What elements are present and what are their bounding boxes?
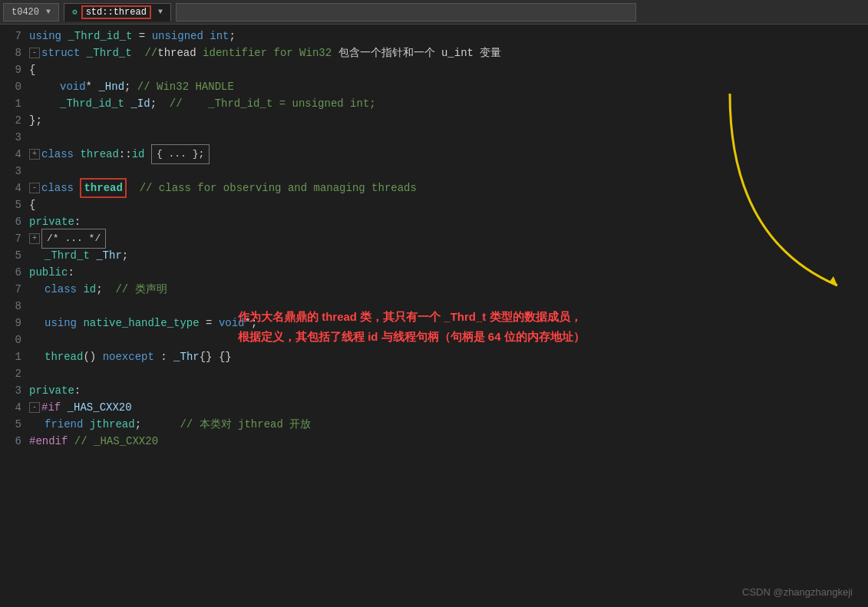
code-content: 7 using _Thrd_id_t = unsigned int ; 8 - … [0, 25, 868, 607]
thread-highlighted: thread [80, 178, 126, 198]
code-line-15: 3 [6, 163, 868, 180]
code-line-7: 7 using _Thrd_id_t = unsigned int ; [6, 28, 868, 45]
tab-std-thread[interactable]: ⚙ std::thread ▼ [64, 3, 171, 21]
code-line-23: 8 [6, 298, 868, 315]
tab-icon: ⚙ [72, 7, 78, 17]
code-line-26: 1 thread () noexcept : _Thr {} {} [6, 348, 868, 365]
tab-std-thread-label: std::thread [86, 7, 147, 18]
code-line-16: 4 - class thread // class for observing … [6, 180, 868, 196]
code-line-20: 5 _Thrd_t _Thr ; [6, 247, 868, 264]
code-line-28: 3 private : [6, 382, 868, 399]
code-line-14: 4 + class thread :: id { ... }; [6, 146, 868, 163]
tab-std-thread-arrow: ▼ [158, 8, 163, 16]
line-num: 7 [6, 28, 29, 45]
expand-icon-1[interactable]: + [29, 149, 40, 160]
code-line-17: 5 { [6, 196, 868, 213]
tab-t0420-label: t0420 [12, 7, 39, 18]
watermark: CSDN @zhangzhangkeji [742, 586, 853, 598]
expand-icon-2[interactable]: - [29, 183, 40, 193]
code-line-8: 8 - struct _Thrd_t // thread identifier … [6, 45, 868, 61]
collapsed-block-1[interactable]: { ... }; [151, 144, 210, 164]
collapsed-block-2[interactable]: /* ... */ [41, 229, 106, 249]
search-box[interactable] [176, 3, 636, 21]
code-line-29: 4 - #if _HAS_CXX20 [6, 399, 868, 416]
code-line-18: 6 private : [6, 213, 868, 230]
code-line-22: 7 class id ; // 类声明 [6, 281, 868, 298]
code-line-30: 5 friend jthread ; // 本类对 jthread 开放 [6, 416, 868, 433]
code-line-21: 6 public : [6, 264, 868, 281]
code-line-12: 2 }; [6, 112, 868, 129]
code-line-31: 6 #endif // _HAS_CXX20 [6, 433, 868, 450]
tab-t0420-arrow: ▼ [46, 8, 51, 16]
code-line-24: 9 using native_handle_type = void *; [6, 315, 868, 332]
code-line-11: 1 _Thrd_id_t _Id ; // _Thrd_id_t = unsig… [6, 95, 868, 112]
top-bar: t0420 ▼ ⚙ std::thread ▼ [0, 0, 868, 25]
expand-icon-4[interactable]: - [29, 402, 40, 413]
code-line-27: 2 [6, 365, 868, 382]
code-line-25: 0 [6, 332, 868, 348]
code-line-9: 9 { [6, 61, 868, 78]
tab-t0420[interactable]: t0420 ▼ [3, 3, 59, 21]
collapse-icon[interactable]: - [29, 48, 40, 58]
code-area: 7 using _Thrd_id_t = unsigned int ; 8 - … [0, 25, 868, 607]
code-line-19: 7 + /* ... */ [6, 230, 868, 247]
code-line-13: 3 [6, 129, 868, 146]
code-line-10: 0 void * _Hnd ; // Win32 HANDLE [6, 78, 868, 95]
expand-icon-3[interactable]: + [29, 233, 40, 244]
